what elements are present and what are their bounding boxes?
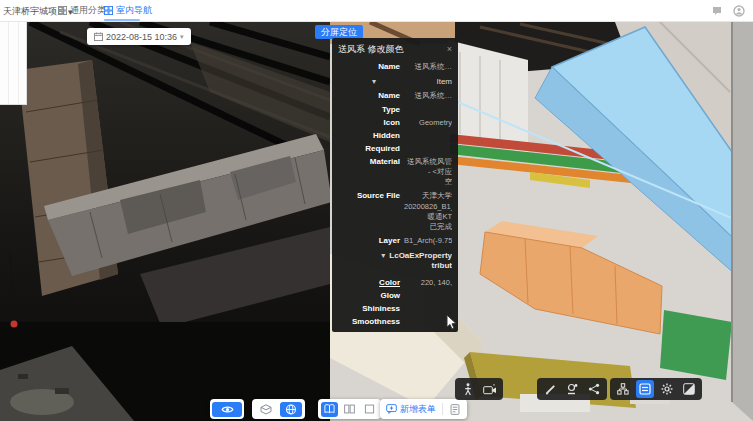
property-row: Name 送风系统… <box>338 60 452 74</box>
floors-filter-button[interactable] <box>636 380 654 398</box>
pane-layout-toolbar <box>318 399 381 419</box>
panorama-icon <box>285 404 297 415</box>
walk-mode-button[interactable] <box>459 380 477 398</box>
property-row: Color220, 140, <box>338 276 452 289</box>
property-row: Name送风系统… <box>338 89 452 103</box>
model-tree-button[interactable] <box>614 380 632 398</box>
property-row: Source File天津大学 20200826_B1_暖通KT 已完成 <box>338 189 452 234</box>
property-row: LayerB1_Arch(-9.75 <box>338 234 452 247</box>
dual-pane-button[interactable] <box>341 402 358 417</box>
property-label: Required <box>338 144 400 153</box>
chevron-down-icon: ▾ <box>381 251 385 272</box>
property-label: Glow <box>338 291 400 300</box>
tab-general-category[interactable]: 通用分类 <box>58 4 106 17</box>
property-label: Name <box>338 91 400 100</box>
camera-icon <box>483 384 497 395</box>
project-selector-label: 天津桥宇城项目 <box>3 5 66 18</box>
property-label: Name <box>338 62 400 71</box>
panorama-view-button[interactable] <box>280 402 302 417</box>
properties-panel-title: 送风系 修改颜色 <box>338 43 404 56</box>
model-view-button[interactable] <box>255 402 277 417</box>
eye-icon <box>221 405 234 414</box>
site-photo-scene <box>0 22 330 421</box>
stamp-icon <box>566 383 578 395</box>
contrast-display-button[interactable] <box>680 380 698 398</box>
add-form-button[interactable]: 新增表单 <box>383 403 439 416</box>
property-value: 天津大学 20200826_B1_暖通KT 已完成 <box>404 191 452 232</box>
property-row: IconGeometry <box>338 116 452 129</box>
pen-markup-button[interactable] <box>541 380 559 398</box>
chevron-down-icon: ▾ <box>180 33 184 41</box>
person-icon <box>463 383 473 396</box>
panel-divider <box>8 22 9 104</box>
tab-indoor-navigation[interactable]: 室内导航 <box>104 4 152 17</box>
calendar-icon <box>94 32 103 41</box>
grid-icon <box>104 6 113 15</box>
split-locate-button[interactable]: 分屏定位 <box>315 25 363 39</box>
properties-panel: 送风系 修改颜色 × Name 送风系统… ▾ Item Name送风系统… T… <box>332 38 458 332</box>
property-label: Color <box>338 278 400 287</box>
property-value: 送风系统… <box>404 91 452 101</box>
panorama-photo-viewport[interactable] <box>0 22 330 421</box>
eye-visibility-button[interactable] <box>212 402 242 417</box>
property-row: Glow <box>338 289 452 302</box>
capture-date-dropdown[interactable]: 2022-08-15 10:36 ▾ <box>87 28 191 45</box>
stamp-issue-button[interactable] <box>563 380 581 398</box>
pen-icon <box>545 384 556 395</box>
share-model-button[interactable] <box>585 380 603 398</box>
form-list-button[interactable] <box>446 402 464 417</box>
markup-tools-group <box>537 378 607 400</box>
dual-pane-icon <box>344 404 355 414</box>
property-row: Smoothness <box>338 315 452 328</box>
category-value: LcOaExProperty tribut <box>389 251 452 272</box>
split-locate-label: 分屏定位 <box>321 27 357 37</box>
property-value: B1_Arch(-9.75 <box>404 236 452 245</box>
visibility-toolbar <box>210 399 244 419</box>
contrast-icon <box>683 383 695 395</box>
capture-date-label: 2022-08-15 10:36 <box>106 32 177 42</box>
view-mode-toolbar <box>252 399 305 419</box>
tree-icon <box>617 383 629 395</box>
active-tab-indicator <box>104 19 140 21</box>
form-plus-icon <box>386 404 397 414</box>
property-row: Shininess <box>338 302 452 315</box>
property-label: Smoothness <box>338 317 400 326</box>
share-nodes-icon <box>588 383 600 395</box>
property-label: Hidden <box>338 131 400 140</box>
settings-button[interactable] <box>658 380 676 398</box>
tab-label: 室内导航 <box>116 4 152 17</box>
property-row: Required <box>338 142 452 155</box>
close-icon[interactable]: × <box>447 45 452 54</box>
property-label: Source File <box>338 191 400 200</box>
camera-view-button[interactable] <box>481 380 499 398</box>
user-avatar[interactable] <box>733 5 745 17</box>
compare-split-button[interactable] <box>321 402 338 417</box>
navigation-tools-group <box>455 378 503 400</box>
property-label: Material <box>338 157 400 166</box>
form-list-icon <box>450 404 460 415</box>
category-dropdown-material[interactable]: ▾ LcOaExProperty tribut <box>338 247 452 276</box>
category-value: Item <box>436 77 452 86</box>
form-toolbar: 新增表单 <box>380 399 467 419</box>
chevron-down-icon: ▾ <box>372 77 376 86</box>
property-label: Type <box>338 105 400 114</box>
red-tag-marker <box>11 321 18 328</box>
property-row: Material送风系统风管 - <对应 空 <box>338 155 452 189</box>
property-value: 220, 140, <box>404 278 452 287</box>
property-label: Layer <box>338 236 400 245</box>
single-pane-button[interactable] <box>361 402 378 417</box>
toolbar-divider <box>442 403 443 415</box>
panel-divider <box>18 22 19 104</box>
collapsed-tree-panel[interactable] <box>0 22 27 105</box>
property-label: Icon <box>338 118 400 127</box>
floors-icon <box>639 383 651 395</box>
tab-label: 通用分类 <box>70 4 106 17</box>
category-dropdown[interactable]: ▾ Item <box>338 74 452 89</box>
single-pane-icon <box>364 404 375 414</box>
top-navigation-bar: 天津桥宇城项目 ▾ 通用分类 室内导航 <box>0 0 753 22</box>
feedback-icon[interactable] <box>711 5 723 17</box>
grid-icon <box>58 6 67 15</box>
model-tools-group <box>610 378 702 400</box>
gear-icon <box>661 383 673 395</box>
property-value: Geometry <box>404 118 452 127</box>
